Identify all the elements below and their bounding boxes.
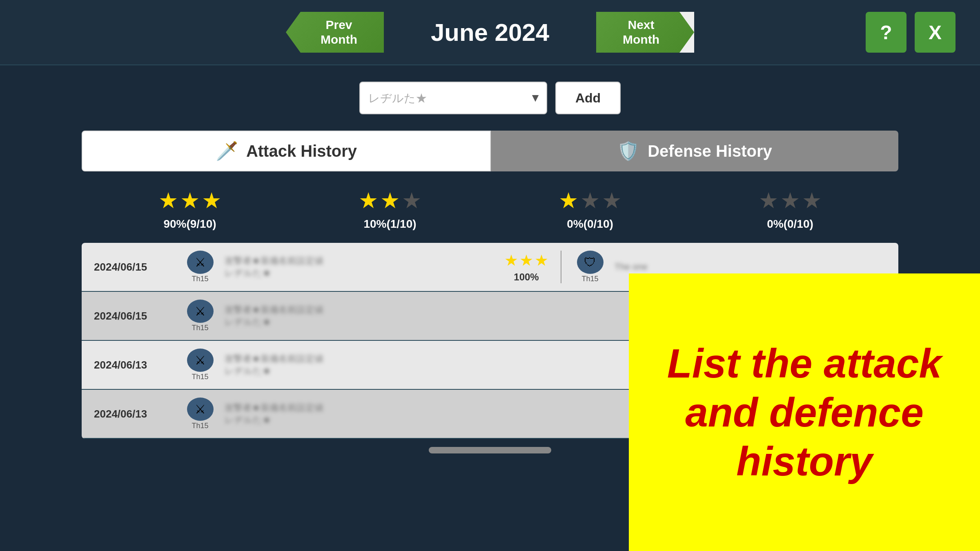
battle-star-0: ★ [504, 251, 518, 269]
battle-star-group: ★★★ 100% [504, 251, 548, 283]
add-button[interactable]: Add [555, 82, 621, 114]
star-3: ★ [802, 188, 822, 213]
avatar-th-label: Th15 [192, 324, 208, 332]
three-star-label: 90%(9/10) [163, 218, 216, 231]
close-icon: X [929, 21, 942, 44]
three-star-group: ★ ★ ★ 90%(9/10) [158, 188, 221, 231]
one-star-label: 0%(0/10) [567, 218, 613, 231]
two-star-group: ★ ★ ★ 10%(1/10) [359, 188, 421, 231]
battle-star-2: ★ [535, 251, 548, 269]
help-icon: ? [880, 21, 892, 44]
star-1: ★ [559, 188, 578, 213]
prev-month-button[interactable]: Prev Month [286, 12, 384, 53]
avatar-image: ⚔ [187, 398, 214, 421]
battle-percent: 100% [514, 271, 539, 283]
battle-date: 2024/06/13 [94, 359, 176, 371]
enemy-name: The one [615, 262, 886, 272]
battle-date: 2024/06/15 [94, 261, 176, 273]
prev-month-label: Prev Month [286, 12, 384, 53]
player-dropdown[interactable]: レヂルた★ [359, 82, 547, 114]
sword-icon: 🗡️ [216, 140, 238, 162]
overlay-text: List the attack and defence history [645, 339, 964, 486]
avatar-image: ⚔ [187, 349, 214, 372]
star-3: ★ [602, 188, 621, 213]
month-title: June 2024 [408, 18, 572, 47]
star-2: ★ [180, 188, 200, 213]
battle-avatar: ⚔ Th15 [184, 300, 216, 332]
two-star-label: 10%(1/10) [363, 218, 416, 231]
zero-star-label: 0%(0/10) [767, 218, 813, 231]
one-star-icons: ★ ★ ★ [559, 188, 621, 213]
close-button[interactable]: X [915, 12, 956, 53]
avatar-image: ⚔ [187, 251, 214, 274]
help-button[interactable]: ? [866, 12, 906, 53]
star-2: ★ [580, 188, 600, 213]
avatar-th-label: Th15 [192, 373, 208, 381]
battle-star-1: ★ [519, 251, 533, 269]
two-star-icons: ★ ★ ★ [359, 188, 421, 213]
next-month-button[interactable]: Next Month [596, 12, 694, 53]
three-star-icons: ★ ★ ★ [158, 188, 221, 213]
attack-history-tab[interactable]: 🗡️ Attack History [82, 131, 491, 171]
star-2: ★ [380, 188, 400, 213]
battle-avatar: ⚔ Th15 [184, 251, 216, 283]
dropdown-row: レヂルた★ ▼ Add [82, 82, 898, 114]
zero-star-icons: ★ ★ ★ [759, 188, 822, 213]
avatar-image: ⚔ [187, 300, 214, 323]
star-1: ★ [359, 188, 378, 213]
star-2: ★ [780, 188, 800, 213]
shield-icon: 🛡️ [617, 140, 639, 162]
tab-row: 🗡️ Attack History 🛡️ Defense History [82, 131, 898, 171]
top-right-buttons: ? X [866, 12, 956, 53]
star-3: ★ [202, 188, 221, 213]
star-1: ★ [158, 188, 178, 213]
stars-summary-row: ★ ★ ★ 90%(9/10) ★ ★ ★ 10%(1/10) ★ ★ ★ 0%… [82, 188, 898, 231]
dropdown-wrapper: レヂルた★ ▼ [359, 82, 547, 114]
attack-tab-label: Attack History [246, 142, 357, 160]
battle-avatar: ⚔ Th15 [184, 398, 216, 430]
next-month-label: Next Month [596, 12, 694, 53]
enemy-avatar: 🛡 Th15 [574, 251, 606, 283]
battle-date: 2024/06/13 [94, 408, 176, 420]
zero-star-group: ★ ★ ★ 0%(0/10) [759, 188, 822, 231]
star-1: ★ [759, 188, 778, 213]
star-3: ★ [402, 188, 421, 213]
battle-avatar: ⚔ Th15 [184, 349, 216, 381]
battle-player-name: 攻撃者★装備名前設定値 レヂルた★ [225, 255, 496, 279]
defense-history-tab[interactable]: 🛡️ Defense History [491, 131, 898, 171]
yellow-overlay: List the attack and defence history [629, 273, 980, 551]
avatar-th-label: Th15 [192, 275, 208, 283]
scroll-bar[interactable] [429, 447, 551, 453]
defense-tab-label: Defense History [648, 142, 772, 160]
battle-date: 2024/06/15 [94, 310, 176, 322]
top-bar: Prev Month June 2024 Next Month ? X [0, 0, 980, 65]
enemy-avatar-image: 🛡 [577, 251, 604, 274]
battle-divider [561, 251, 561, 283]
avatar-th-label: Th15 [192, 422, 208, 430]
one-star-group: ★ ★ ★ 0%(0/10) [559, 188, 621, 231]
enemy-th-label: Th15 [581, 275, 598, 283]
